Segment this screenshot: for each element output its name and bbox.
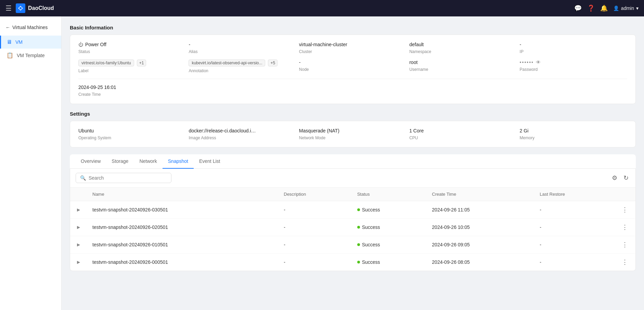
annotation-plus-tag[interactable]: +5 bbox=[268, 60, 278, 66]
username-label: Username bbox=[409, 67, 517, 72]
status-dot bbox=[357, 208, 360, 211]
row-status: Success bbox=[352, 254, 427, 271]
label-tags: virtnest.io/os-family:Ubuntu +1 bbox=[78, 60, 186, 66]
brand-logo: DaoCloud bbox=[16, 3, 54, 13]
status-label: Success bbox=[362, 242, 380, 247]
row-last-restore: - bbox=[534, 219, 614, 236]
username: admin bbox=[621, 5, 634, 11]
status-value: ⏻ Power Off bbox=[78, 42, 186, 47]
top-navigation: ☰ DaoCloud 💬 ❓ 🔔 👤 admin ▾ bbox=[0, 0, 644, 16]
snapshot-table-container: 🔍 ⚙ ↻ Name Description Status Create T bbox=[70, 169, 636, 271]
row-menu-button[interactable]: ⋮ bbox=[620, 258, 630, 267]
status-dot bbox=[357, 261, 360, 263]
network-mode-field: Masquerade (NAT) Network Mode bbox=[299, 128, 407, 140]
row-expand-button[interactable]: ▶ bbox=[76, 259, 81, 265]
sidebar: ← Virtual Machines 🖥 VM 📋 VM Template bbox=[0, 16, 62, 310]
status-label: Success bbox=[362, 224, 380, 230]
namespace-label: Namespace bbox=[409, 49, 517, 54]
vm-template-icon: 📋 bbox=[7, 52, 13, 59]
annotation-field: kubevirt.io/latest-observed-api-versio..… bbox=[189, 60, 296, 73]
namespace-field: default Namespace bbox=[409, 42, 517, 54]
col-actions bbox=[614, 188, 635, 201]
row-create-time: 2024-09-26 10:05 bbox=[426, 219, 534, 236]
annotation-tag-1: kubevirt.io/latest-observed-api-versio..… bbox=[189, 60, 265, 66]
table-row: ▶ testvm-snapshot-20240926-010501 - Succ… bbox=[70, 236, 635, 254]
col-description: Description bbox=[278, 188, 351, 201]
row-description: - bbox=[278, 236, 351, 254]
alias-label: Alias bbox=[189, 49, 296, 54]
tab-bar: Overview Storage Network Snapshot Event … bbox=[70, 154, 636, 169]
row-expand-button[interactable]: ▶ bbox=[76, 207, 81, 213]
password-field: •••••• 👁 Password bbox=[520, 60, 627, 73]
row-description: - bbox=[278, 201, 351, 219]
tab-network[interactable]: Network bbox=[134, 154, 162, 169]
col-name: Name bbox=[87, 188, 278, 201]
row-menu-button[interactable]: ⋮ bbox=[620, 205, 630, 214]
power-icon: ⏻ bbox=[78, 42, 83, 47]
search-box[interactable]: 🔍 bbox=[76, 173, 171, 183]
status-field: ⏻ Power Off Status bbox=[78, 42, 186, 54]
label-field: virtnest.io/os-family:Ubuntu +1 Label bbox=[78, 60, 186, 73]
row-expand-button[interactable]: ▶ bbox=[76, 242, 81, 248]
eye-icon[interactable]: 👁 bbox=[536, 60, 541, 65]
user-icon: 👤 bbox=[613, 5, 619, 11]
row-status: Success bbox=[352, 219, 427, 236]
row-menu-button[interactable]: ⋮ bbox=[620, 223, 630, 232]
col-status: Status bbox=[352, 188, 427, 201]
row-status: Success bbox=[352, 201, 427, 219]
row-create-time: 2024-09-26 11:05 bbox=[426, 201, 534, 219]
search-icon: 🔍 bbox=[80, 175, 86, 181]
col-expand bbox=[70, 188, 87, 201]
sidebar-vm-template-label: VM Template bbox=[17, 53, 44, 58]
chat-icon[interactable]: 💬 bbox=[574, 4, 582, 12]
row-description: - bbox=[278, 219, 351, 236]
row-description: - bbox=[278, 254, 351, 271]
ip-field: - IP bbox=[520, 42, 627, 54]
table-row: ▶ testvm-snapshot-20240926-020501 - Succ… bbox=[70, 219, 635, 236]
tab-event-list[interactable]: Event List bbox=[194, 154, 226, 169]
toolbar-actions: ⚙ ↻ bbox=[610, 173, 630, 183]
vm-icon: 🖥 bbox=[7, 39, 12, 45]
settings-card: Ubuntu Operating System docker://release… bbox=[70, 121, 636, 147]
main-content: Basic Information ⏻ Power Off Status - A… bbox=[62, 16, 644, 310]
tab-snapshot[interactable]: Snapshot bbox=[163, 154, 194, 169]
notification-icon[interactable]: 🔔 bbox=[600, 4, 608, 12]
back-arrow-icon: ← bbox=[5, 25, 10, 30]
label-plus-tag[interactable]: +1 bbox=[137, 60, 146, 66]
network-mode-value: Masquerade (NAT) bbox=[299, 128, 407, 133]
row-name: testvm-snapshot-20240926-000501 bbox=[87, 254, 278, 271]
tab-overview[interactable]: Overview bbox=[75, 154, 106, 169]
snapshot-table: Name Description Status Create Time Last… bbox=[70, 188, 635, 271]
node-label: Node bbox=[299, 67, 407, 72]
status-label: Status bbox=[78, 49, 186, 54]
help-icon[interactable]: ❓ bbox=[587, 4, 595, 12]
user-menu[interactable]: 👤 admin ▾ bbox=[613, 5, 639, 11]
password-dots: •••••• bbox=[520, 60, 534, 65]
settings-title: Settings bbox=[70, 111, 636, 117]
refresh-button[interactable]: ↻ bbox=[622, 173, 630, 183]
sidebar-item-vm[interactable]: 🖥 VM bbox=[0, 36, 61, 49]
tab-storage[interactable]: Storage bbox=[106, 154, 134, 169]
search-input[interactable] bbox=[89, 175, 167, 181]
sidebar-item-vm-template[interactable]: 📋 VM Template bbox=[0, 49, 61, 62]
table-toolbar: 🔍 ⚙ ↻ bbox=[70, 169, 635, 188]
cluster-label: Cluster bbox=[299, 49, 407, 54]
settings-columns-button[interactable]: ⚙ bbox=[610, 173, 619, 183]
create-time-value: 2024-09-25 16:01 bbox=[78, 85, 627, 90]
password-label: Password bbox=[520, 67, 627, 72]
image-value: docker://release-ci.daocloud.io/virtnest… bbox=[189, 128, 257, 133]
row-create-time: 2024-09-26 09:05 bbox=[426, 236, 534, 254]
create-time-label: Create Time bbox=[78, 92, 627, 97]
row-menu-button[interactable]: ⋮ bbox=[620, 240, 630, 249]
hamburger-menu-icon[interactable]: ☰ bbox=[5, 4, 12, 12]
row-expand-button[interactable]: ▶ bbox=[76, 224, 81, 230]
status-dot bbox=[357, 226, 360, 229]
back-button[interactable]: ← Virtual Machines bbox=[0, 22, 61, 33]
node-value: - bbox=[299, 60, 407, 65]
create-time-field: 2024-09-25 16:01 Create Time bbox=[78, 85, 627, 97]
col-last-restore: Last Restore bbox=[534, 188, 614, 201]
username-value: root bbox=[409, 60, 517, 65]
row-create-time: 2024-09-26 08:05 bbox=[426, 254, 534, 271]
sidebar-vm-label: VM bbox=[15, 39, 23, 45]
cluster-value: virtual-machine-cluster bbox=[299, 42, 407, 47]
